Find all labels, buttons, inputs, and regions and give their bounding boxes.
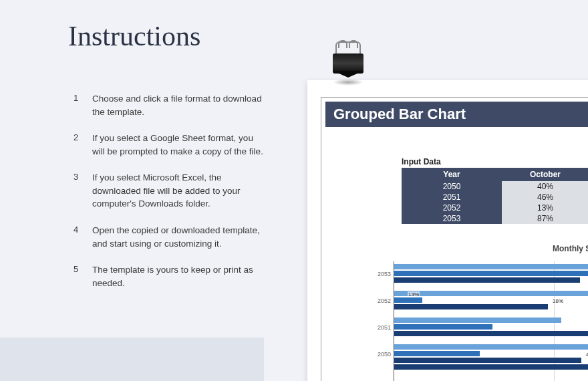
instruction-text: If you select a Google Sheet format, you… (92, 133, 263, 156)
instruction-item: 5The template is yours to keep or print … (74, 263, 267, 289)
bar (394, 271, 588, 276)
october-header: October (502, 168, 588, 181)
instruction-item: 1Choose and click a file format to downl… (74, 92, 267, 118)
page-title: Instructions (68, 20, 267, 52)
instruction-text: If you select Microsoft Excel, the downl… (92, 172, 240, 209)
chart-title: Monthly Social Media (375, 244, 588, 253)
value-cell: 87% (502, 213, 588, 224)
instruction-text: Choose and click a file format to downlo… (92, 94, 262, 117)
sheet-title: Grouped Bar Chart (325, 102, 588, 127)
bar: 38% (394, 304, 548, 309)
table-row: 205213% (402, 203, 588, 213)
table-row: 205040% (402, 181, 588, 192)
input-data-section: Input Data Year October 205040% 205146% … (402, 157, 588, 224)
bar (394, 318, 561, 323)
data-label: 38% (552, 298, 564, 304)
chart-area: Monthly Social Media 2053 2052 13% 38% (375, 244, 588, 381)
instruction-item: 2If you select a Google Sheet format, yo… (74, 132, 267, 158)
bar: 46% (394, 331, 588, 336)
instruction-number: 1 (74, 92, 78, 105)
year-cell: 2053 (402, 213, 502, 224)
instruction-number: 2 (74, 132, 78, 144)
bar (394, 277, 580, 283)
bar (394, 264, 588, 269)
data-label: 40% (585, 352, 588, 358)
instruction-number: 5 (74, 263, 78, 276)
year-cell: 2050 (402, 181, 502, 192)
value-cell: 13% (502, 203, 588, 213)
input-data-label: Input Data (402, 157, 588, 166)
instructions-list: 1Choose and click a file format to downl… (74, 92, 267, 289)
y-label: 2050 (375, 351, 391, 358)
year-cell: 2052 (402, 203, 502, 213)
table-row: 205387% (402, 213, 588, 224)
instruction-text: Open the copied or downloaded template, … (92, 225, 260, 249)
y-label: 2051 (375, 324, 391, 331)
instructions-panel: Instructions 1Choose and click a file fo… (0, 0, 294, 303)
instruction-number: 3 (74, 171, 78, 184)
bar (394, 351, 480, 356)
value-cell: 46% (502, 192, 588, 203)
y-label: 2052 (375, 297, 391, 304)
data-label: 13% (408, 291, 420, 297)
decorative-accent (0, 338, 264, 381)
bar-group-2052: 2052 13% 38% (375, 291, 588, 311)
bar (394, 324, 492, 330)
bar-group-2050: 2050 40% 49% (375, 344, 588, 364)
bar-group-2051: 2051 46% (375, 318, 588, 338)
bar (394, 291, 588, 296)
instruction-item: 3If you select Microsoft Excel, the down… (74, 171, 267, 211)
bar (394, 344, 588, 350)
table-header-row: Year October (402, 168, 588, 181)
grouped-bar-chart: 2053 2052 13% 38% 2051 46% (375, 261, 588, 381)
spreadsheet-preview: Grouped Bar Chart Input Data Year Octobe… (321, 97, 588, 381)
bar: 49% (394, 364, 588, 370)
bar: 40% (394, 358, 581, 363)
binder-clip-icon (333, 41, 363, 82)
y-label: 2053 (375, 271, 391, 277)
instruction-number: 4 (74, 224, 78, 237)
table-row: 205146% (402, 192, 588, 203)
template-preview: Grouped Bar Chart Input Data Year Octobe… (307, 80, 588, 381)
instruction-text: The template is yours to keep or print a… (92, 265, 253, 288)
data-table: Year October 205040% 205146% 205213% 205… (402, 168, 588, 224)
year-cell: 2051 (402, 192, 502, 203)
instruction-item: 4Open the copied or downloaded template,… (74, 224, 267, 250)
bar-group-2053: 2053 (375, 264, 588, 284)
bar: 13% (394, 297, 422, 303)
year-header: Year (402, 168, 502, 181)
value-cell: 40% (502, 181, 588, 192)
